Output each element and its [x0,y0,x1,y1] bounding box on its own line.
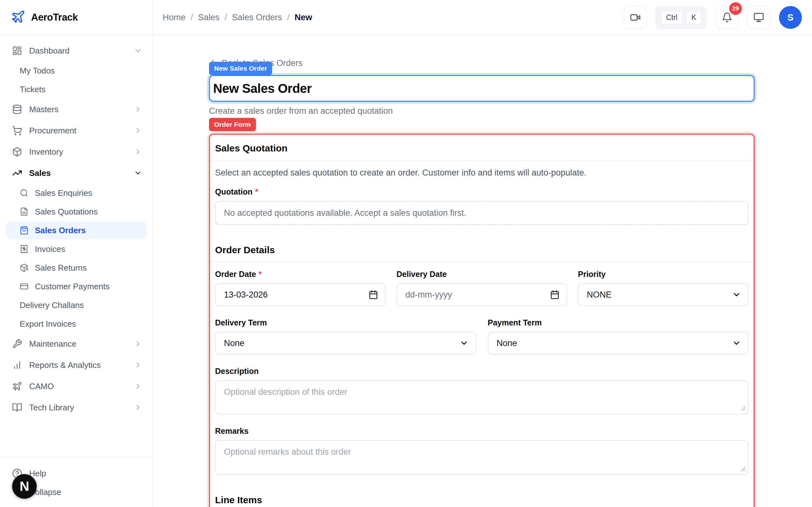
sidebar-item-masters[interactable]: Masters [6,99,147,119]
description-field: Description [215,367,749,414]
sidebar-item-invoices[interactable]: Invoices [6,240,147,258]
title-highlight-box: New Sales Order [209,75,755,102]
bar-chart-icon [12,360,22,370]
sidebar-item-customer-payments[interactable]: Customer Payments [6,278,147,295]
delivery-term-label: Delivery Term [215,318,476,327]
breadcrumb-separator: / [191,13,193,22]
bell-icon [722,12,732,23]
sidebar-item-tech-library[interactable]: Tech Library [6,397,147,418]
sidebar-item-delivery-challans[interactable]: Delivery Challans [6,296,147,314]
page-content: Back to Sales Orders New Sales Order New… [153,35,812,507]
sidebar-item-label: Sales Orders [35,226,86,235]
sidebar-item-label: Invoices [35,244,65,254]
chevron-right-icon [134,126,142,135]
topbar-actions: Ctrl K 29 S [624,6,802,29]
book-open-icon [12,402,22,412]
ctrl-key: Ctrl [661,11,682,24]
sidebar-item-camo[interactable]: CAMO [6,376,147,396]
breadcrumb: Home / Sales / Sales Orders / New [163,13,312,22]
sidebar-item-label: Tickets [20,84,45,95]
chevron-right-icon [134,148,142,156]
chevron-right-icon [134,361,142,369]
database-icon [12,104,22,114]
sidebar-item-sales-enquiries[interactable]: Sales Enquiries [6,184,147,202]
order-details-section-title: Order Details [210,236,754,262]
sidebar-item-label: Sales Returns [35,263,87,273]
wrench-icon [12,339,22,349]
order-date-label: Order Date * [215,270,386,279]
breadcrumb-sales[interactable]: Sales [198,13,220,22]
layout-grid-icon [12,46,22,56]
sidebar-item-label: Sales Quotations [35,207,98,217]
chevron-down-icon [732,290,741,299]
breadcrumb-sales-orders[interactable]: Sales Orders [232,13,282,22]
sidebar-item-sales-orders[interactable]: Sales Orders [6,222,147,239]
brand[interactable]: AeroTrack [0,0,152,35]
sidebar-item-inventory[interactable]: Inventory [6,142,147,162]
priority-label: Priority [578,270,749,279]
sidebar-item-label: Export Invoices [20,319,76,329]
meeting-button[interactable] [624,6,647,29]
chevron-right-icon [134,403,142,412]
delivery-date-label: Delivery Date [397,270,567,279]
delivery-term-value: None [224,338,245,348]
monitor-icon [753,12,764,23]
breadcrumb-home[interactable]: Home [163,13,186,22]
sidebar-item-sales[interactable]: Sales [6,163,147,183]
title-annotation-badge: New Sales Order [209,62,272,75]
delivery-term-field: Delivery Term None [215,318,476,354]
sidebar-item-label: Maintenance [29,339,77,349]
sidebar-item-export-invoices[interactable]: Export Invoices [6,315,147,333]
required-asterisk: * [255,187,258,196]
calendar-icon[interactable] [550,290,560,299]
sidebar-item-label: Sales [29,168,51,178]
receipt-icon [20,245,29,253]
chevron-down-icon [732,339,741,348]
search-icon [20,188,29,198]
sidebar-item-sales-returns[interactable]: Sales Returns [6,259,147,277]
avatar[interactable]: S [779,6,802,29]
payment-term-value: None [497,338,517,348]
sidebar-item-sales-quotations[interactable]: Sales Quotations [6,203,147,221]
payment-term-field: Payment Term None [488,318,749,354]
sidebar-item-label: Inventory [29,147,63,157]
delivery-term-select[interactable]: None [215,332,476,354]
order-details-row-1: Order Date * 13-03-2026 Delivery Date [215,270,749,306]
nextjs-dev-badge[interactable]: N [12,474,37,499]
sidebar-item-reports-analytics[interactable]: Reports & Analytics [6,355,147,375]
sidebar-item-tickets[interactable]: Tickets [6,80,147,98]
payment-term-select[interactable]: None [488,332,749,354]
chevron-right-icon [134,340,142,348]
shopping-cart-icon [12,125,22,135]
description-label: Description [215,367,749,376]
order-date-value: 13-03-2026 [224,290,268,300]
breadcrumb-current: New [295,13,312,22]
priority-select[interactable]: NONE [578,283,749,306]
calendar-icon[interactable] [368,290,378,299]
order-date-input[interactable]: 13-03-2026 [215,283,386,306]
sidebar-item-procurement[interactable]: Procurement [6,120,147,141]
shopping-bag-icon [20,226,29,235]
topbar: Home / Sales / Sales Orders / New Ctrl K [153,0,812,35]
command-palette-shortcut[interactable]: Ctrl K [656,6,707,29]
sidebar-item-my-todos[interactable]: My Todos [6,62,147,79]
sales-quotation-section-body: Select an accepted sales quotation to cr… [210,160,754,236]
delivery-date-input[interactable]: dd-mm-yyyy [397,283,567,306]
payment-term-label: Payment Term [488,318,749,327]
notifications-button[interactable]: 29 [716,6,739,29]
back-link[interactable]: Back to Sales Orders [209,57,755,69]
description-textarea[interactable] [215,380,749,414]
display-mode-button[interactable] [747,6,770,29]
sidebar-item-maintenance[interactable]: Maintenance [6,334,147,354]
sidebar-item-label: Sales Enquiries [35,188,92,198]
quotation-empty-state: No accepted quotations available. Accept… [215,201,749,225]
delivery-date-placeholder: dd-mm-yyyy [405,290,452,300]
sales-quotation-description: Select an accepted sales quotation to cr… [215,168,749,178]
plane-icon [12,381,22,391]
nextjs-n-icon: N [20,479,29,494]
remarks-textarea[interactable] [215,440,749,475]
page-title: New Sales Order [213,81,311,96]
order-date-field: Order Date * 13-03-2026 [215,270,386,306]
sidebar: AeroTrack Dashboard My Todos Tickets Mas… [0,0,153,507]
sidebar-item-dashboard[interactable]: Dashboard [6,41,147,61]
